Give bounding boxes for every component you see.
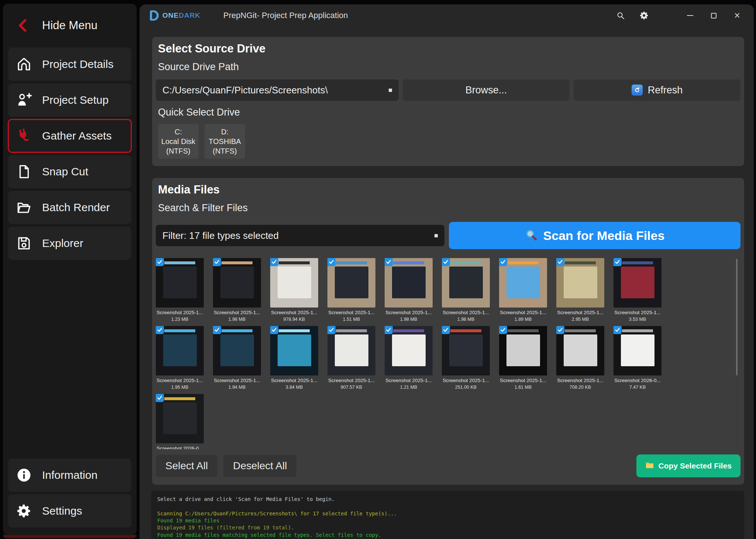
media-item[interactable]: Screenshot 2026-0... 7.47 KB — [614, 326, 662, 390]
media-item[interactable]: Screenshot 2025-1... 1.61 MB — [499, 326, 547, 390]
thumbnail[interactable] — [213, 258, 261, 308]
onedark-logo-icon — [150, 10, 159, 21]
item-checkbox[interactable] — [213, 258, 221, 266]
item-checkbox[interactable] — [156, 394, 164, 402]
media-item[interactable]: Screenshot 2025-1... 3.84 MB — [270, 326, 318, 390]
search-icon[interactable] — [615, 10, 626, 21]
item-checkbox[interactable] — [614, 326, 622, 334]
sidebar-item-settings[interactable]: Settings — [8, 494, 131, 528]
thumbnail[interactable] — [614, 258, 662, 308]
media-item[interactable]: Screenshot 2025-1... 978.94 KB — [270, 258, 318, 322]
media-item[interactable]: Screenshot 2025-1... 1.98 MB — [213, 258, 261, 322]
media-item[interactable]: Screenshot 2025-1... 3.53 MB — [614, 258, 662, 322]
file-size: 1.98 MB — [213, 317, 261, 322]
file-size: 1.94 MB — [213, 385, 261, 390]
sidebar-item-gather-assets[interactable]: Gather Assets — [8, 119, 131, 152]
media-item[interactable]: Screenshot 2025-1... 251.00 KB — [442, 326, 490, 390]
check-icon — [157, 259, 163, 265]
sidebar-item-explorer[interactable]: Explorer — [8, 227, 131, 260]
dropdown-marker-icon — [434, 234, 438, 237]
item-checkbox[interactable] — [327, 258, 336, 266]
minimize-button[interactable] — [684, 10, 695, 21]
media-item[interactable]: Screenshot 2025-1... 907.57 KB — [327, 326, 375, 390]
item-checkbox[interactable] — [556, 326, 564, 334]
sidebar-item-information[interactable]: Information — [8, 459, 131, 492]
grid-scrollbar[interactable] — [736, 259, 738, 447]
media-item[interactable]: Screenshot 2025-1... 708.20 KB — [556, 326, 604, 390]
info-icon — [16, 467, 32, 484]
copy-selected-label: Copy Selected Files — [659, 461, 732, 470]
media-item[interactable]: Screenshot 2025-1... 1.94 MB — [213, 326, 261, 390]
thumbnail[interactable] — [442, 326, 490, 375]
media-item[interactable]: Screenshot 2025-1... 1.98 MB — [442, 258, 490, 322]
media-item[interactable]: Screenshot 2025-1... 1.51 MB — [327, 258, 375, 322]
thumbnail[interactable] — [327, 326, 375, 375]
hide-menu-button[interactable]: Hide Menu — [7, 9, 133, 45]
thumbnail[interactable] — [156, 258, 204, 308]
item-checkbox[interactable] — [156, 326, 164, 334]
media-item[interactable]: Screenshot 2025-1... 2.95 MB — [556, 258, 604, 322]
folder-open-icon — [16, 199, 32, 216]
check-icon — [557, 259, 563, 265]
scan-media-button[interactable]: Scan for Media Files — [449, 222, 740, 249]
sidebar-item-batch-render[interactable]: Batch Render — [8, 191, 131, 224]
file-name: Screenshot 2025-1... — [556, 378, 604, 383]
thumbnail[interactable] — [270, 258, 318, 308]
media-item[interactable]: Screenshot 2025-1... 1.95 MB — [156, 326, 204, 390]
media-item[interactable]: Screenshot 2026-0... — [156, 394, 204, 449]
thumbnail[interactable] — [614, 326, 662, 375]
maximize-button[interactable] — [708, 10, 719, 21]
select-all-button[interactable]: Select All — [156, 455, 217, 477]
item-checkbox[interactable] — [499, 326, 507, 334]
item-checkbox[interactable] — [385, 258, 393, 266]
filter-combobox[interactable]: Filter: 17 file types selected — [156, 225, 444, 246]
item-checkbox[interactable] — [270, 258, 278, 266]
settings-gear-icon[interactable] — [639, 10, 650, 21]
thumbnail[interactable] — [327, 258, 375, 308]
sidebar-item-project-setup[interactable]: Project Setup — [8, 83, 131, 117]
thumbnail[interactable] — [499, 326, 547, 375]
item-checkbox[interactable] — [213, 326, 221, 334]
item-checkbox[interactable] — [442, 258, 450, 266]
item-checkbox[interactable] — [156, 258, 164, 266]
thumbnail[interactable] — [442, 258, 490, 308]
sidebar-item-snap-cut[interactable]: Snap Cut — [8, 155, 131, 188]
thumbnail[interactable] — [499, 258, 547, 308]
item-checkbox[interactable] — [442, 326, 450, 334]
drive-button[interactable]: C: Local Disk (NTFS) — [158, 124, 199, 159]
file-name: Screenshot 2025-1... — [385, 378, 433, 383]
thumbnail[interactable] — [270, 326, 318, 375]
item-checkbox[interactable] — [385, 326, 393, 334]
thumbnail[interactable] — [213, 326, 261, 375]
file-size: 907.57 KB — [327, 385, 375, 390]
item-checkbox[interactable] — [556, 258, 564, 266]
file-name: Screenshot 2025-1... — [442, 378, 490, 383]
item-checkbox[interactable] — [614, 258, 622, 266]
copy-selected-button[interactable]: Copy Selected Files — [636, 454, 740, 477]
titlebar: ONEDARK PrepNGit- Project Prep Applicati… — [140, 4, 754, 27]
sidebar-bottom-nav: Information Settings — [7, 456, 133, 530]
browse-button[interactable]: Browse... — [403, 79, 570, 101]
thumbnail[interactable] — [156, 394, 204, 443]
refresh-button[interactable]: Refresh — [574, 79, 740, 101]
item-checkbox[interactable] — [270, 326, 278, 334]
file-name: Screenshot 2025-1... — [614, 310, 662, 315]
item-checkbox[interactable] — [499, 258, 507, 266]
thumbnail[interactable] — [556, 326, 604, 375]
sidebar-item-project-details[interactable]: Project Details — [8, 48, 131, 81]
source-path-label: Source Drive Path — [156, 61, 740, 73]
media-item[interactable]: Screenshot 2025-1... 1.98 MB — [385, 258, 433, 322]
media-item[interactable]: Screenshot 2025-1... 1.23 MB — [156, 258, 204, 322]
thumbnail[interactable] — [556, 258, 604, 308]
close-button[interactable]: × — [732, 10, 743, 21]
media-item[interactable]: Screenshot 2025-1... 1.21 MB — [385, 326, 433, 390]
media-item[interactable]: Screenshot 2025-1... 1.89 MB — [499, 258, 547, 322]
drive-button[interactable]: D: TOSHIBA (NTFS) — [205, 124, 245, 159]
thumbnail[interactable] — [385, 326, 433, 375]
source-path-combobox[interactable]: C:/Users/QuanF/Pictures/Screenshots\ — [156, 79, 399, 101]
deselect-all-button[interactable]: Deselect All — [223, 455, 296, 477]
thumbnail[interactable] — [156, 326, 204, 375]
item-checkbox[interactable] — [327, 326, 336, 334]
filter-value: Filter: 17 file types selected — [162, 230, 279, 241]
thumbnail[interactable] — [385, 258, 433, 308]
